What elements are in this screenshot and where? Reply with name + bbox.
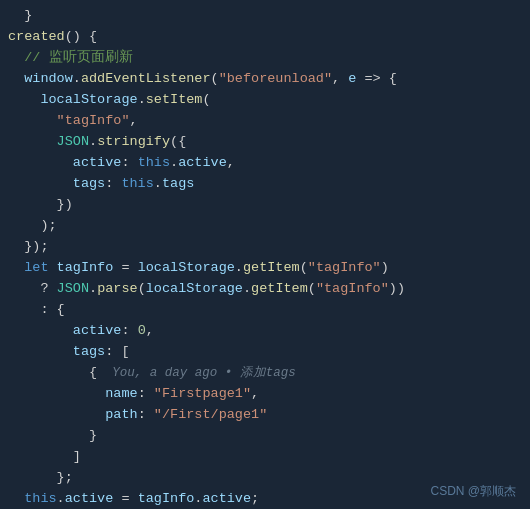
code-token: { [89,365,97,380]
code-line: tags: [ [0,342,530,363]
code-line: }); [0,237,530,258]
code-token: ( [138,281,146,296]
code-token: "beforeunload" [219,71,332,86]
code-token: . [57,491,65,506]
code-line: window.addEventListener("beforeunload", … [0,69,530,90]
code-token: ); [40,218,56,233]
code-token: "tagInfo" [57,113,130,128]
code-line: tags: this.tags [0,174,530,195]
code-token: ( [202,92,210,107]
code-token: "Firstpage1" [154,386,251,401]
code-token: addEventListener [81,71,211,86]
code-token: active [65,491,114,506]
code-line: } [0,6,530,27]
code-token: "tagInfo" [316,281,389,296]
code-line: active: this.active, [0,153,530,174]
code-token: . [73,71,81,86]
code-token: ] [73,449,81,464]
code-token: , [227,155,235,170]
code-line: }) [0,195,530,216]
code-token: , [130,113,138,128]
code-token: this [121,176,153,191]
code-token: , [251,386,259,401]
code-token: }; [57,470,73,485]
code-line: // 监听页面刷新 [0,48,530,69]
code-token: window [24,71,73,86]
code-token: let [24,260,56,275]
code-line: created() { [0,27,530,48]
code-token: . [89,134,97,149]
code-line: ? JSON.parse(localStorage.getItem("tagIn… [0,279,530,300]
code-token: active [73,155,122,170]
code-token: . [89,281,97,296]
code-token: , [146,323,154,338]
code-token: localStorage [40,92,137,107]
code-editor: }created() { // 监听页面刷新 window.addEventLi… [0,0,530,509]
code-token: tags [73,344,105,359]
code-token: ; [251,491,259,506]
code-token: active [178,155,227,170]
code-token: : [121,323,137,338]
code-token: }) [57,197,73,212]
code-token: . [138,92,146,107]
code-token: = [113,260,137,275]
code-token: stringify [97,134,170,149]
code-token: // 监听页面刷新 [24,50,132,65]
code-token: tags [162,176,194,191]
code-token: tagInfo [138,491,195,506]
code-line: "tagInfo", [0,111,530,132]
code-token: () { [65,29,97,44]
code-token: getItem [251,281,308,296]
code-token: } [89,428,97,443]
code-token: , [332,71,348,86]
code-token: . [235,260,243,275]
code-token: this [138,155,170,170]
code-line: path: "/First/page1" [0,405,530,426]
code-token: ) [381,260,389,275]
code-line: ); [0,216,530,237]
code-token: name [105,386,137,401]
code-lines: }created() { // 监听页面刷新 window.addEventLi… [0,6,530,509]
code-token: }); [24,239,48,254]
code-token: : [ [105,344,129,359]
code-token: active [73,323,122,338]
code-token: ( [300,260,308,275]
code-line: let tagInfo = localStorage.getItem("tagI… [0,258,530,279]
code-token: : [121,155,137,170]
code-token: : { [40,302,64,317]
code-token: . [154,176,162,191]
watermark: CSDN @郭顺杰 [430,482,516,501]
code-token: JSON [57,134,89,149]
code-line: { You, a day ago • 添加tags [0,363,530,384]
code-token: ( [308,281,316,296]
code-line: } [0,426,530,447]
code-token: => { [356,71,397,86]
code-token: "/First/page1" [154,407,267,422]
code-token: localStorage [146,281,243,296]
code-token: this [24,491,56,506]
code-token: : [138,407,154,422]
code-line: ] [0,447,530,468]
code-line: active: 0, [0,321,530,342]
code-token: )) [389,281,405,296]
code-token: : [105,176,121,191]
code-token: localStorage [138,260,235,275]
code-token: : [138,386,154,401]
code-token: } [24,8,32,23]
code-token: . [170,155,178,170]
code-token: tags [73,176,105,191]
code-token: 0 [138,323,146,338]
code-token: "tagInfo" [308,260,381,275]
code-token: ({ [170,134,186,149]
code-token: active [202,491,251,506]
code-token: created [8,29,65,44]
code-token: getItem [243,260,300,275]
code-token: = [113,491,137,506]
code-token: setItem [146,92,203,107]
code-token: parse [97,281,138,296]
code-token: path [105,407,137,422]
code-line: localStorage.setItem( [0,90,530,111]
code-token: ? [40,281,56,296]
code-token: tagInfo [57,260,114,275]
code-token: ( [211,71,219,86]
